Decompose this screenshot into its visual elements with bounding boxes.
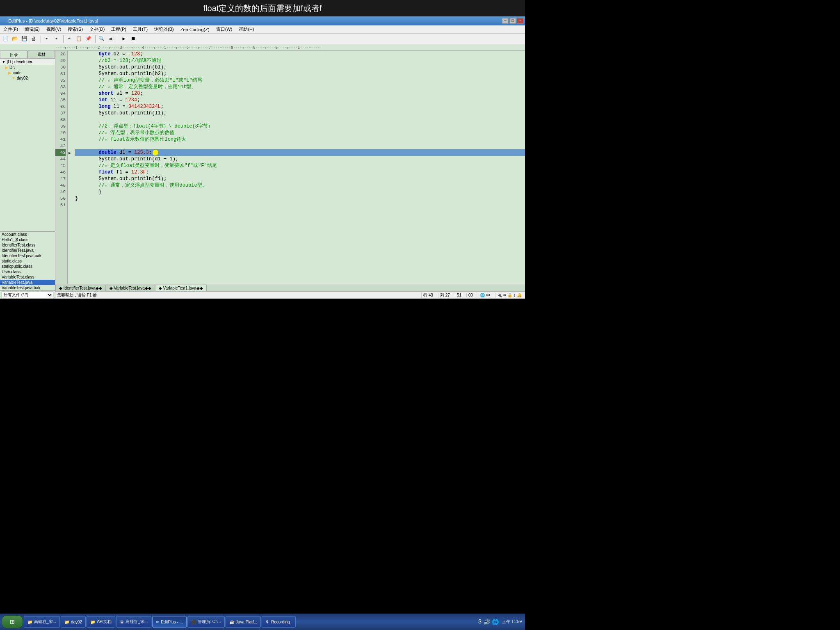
menu-item-zencodingz[interactable]: Zen Coding(Z) [177,25,213,33]
toolbar-sep3 [94,35,96,43]
tree-item-d[interactable]: ▶ D:\ [0,65,55,70]
line-num-46: 46 [55,169,66,176]
drive-label: ▼ [D:] developer [2,59,32,64]
code-line-46[interactable]: float f1 = 12.3F; [75,169,525,176]
line-num-30: 30 [55,64,66,71]
toolbar-cut[interactable]: ✂ [65,35,74,43]
file-item-user[interactable]: User.class [0,269,55,274]
tree-item-day02[interactable]: ▼ day02 [0,75,55,81]
code-line-47[interactable]: System.out.println(f1); [75,176,525,182]
menu-item-h[interactable]: 帮助(H) [235,25,257,33]
file-item-hello1[interactable]: Hello1_$.class [0,237,55,242]
line-num-41: 41 [55,136,66,143]
code-line-36[interactable]: long l1 = 3414234324L; [75,103,525,110]
tree-root[interactable]: ▼ [D:] developer [0,59,55,65]
file-item-variabletest-java[interactable]: VariableTest.java [0,280,55,285]
menu-item-b[interactable]: 浏览器(B) [151,25,177,33]
tab-variabletest[interactable]: ◆ VariableTest.java◆◆ [106,285,155,291]
status-num: 00 [466,293,475,297]
file-item-identifiertest-bak[interactable]: IdentifierTest.java.bak [0,253,55,258]
code-line-28[interactable]: byte b2 = -128; [75,51,525,57]
tab-bar: ◆ IdentifierTest.java◆◆ ◆ VariableTest.j… [55,284,525,291]
toolbar-new[interactable]: 📄 [1,35,10,43]
menu-item-s[interactable]: 搜索(S) [64,25,86,33]
status-col: 列 27 [438,292,452,298]
code-content[interactable]: byte b2 = -128; //b2 = 128;//编译不通过 Syste… [73,51,525,284]
code-line-37[interactable]: System.out.println(l1); [75,110,525,116]
line-num-50: 50 [55,195,66,202]
close-button[interactable]: × [517,18,523,24]
file-selector: 所有文件 (*.*) [0,290,55,299]
code-line-42[interactable] [75,143,525,149]
sidebar-tab-directory[interactable]: 目录 [0,51,27,58]
line-num-34: 34 [55,90,66,97]
toolbar-copy[interactable]: 📋 [74,35,83,43]
status-help-text: 需要帮助，请按 F1 键 [57,292,97,298]
main-window: EditPlus - [D:\code\day02\VariableTest1.… [0,16,525,299]
file-item-identifiertest-java[interactable]: IdentifierTest.java [0,248,55,253]
line-num-40: 40 [55,130,66,136]
file-item-account-class[interactable]: Account.class [0,232,55,237]
code-line-41[interactable]: //☆ float表示数值的范围比long还大 [75,136,525,143]
menu-item-e[interactable]: 编辑(E) [21,25,43,33]
toolbar-paste[interactable]: 📌 [84,35,93,43]
code-line-30[interactable]: System.out.println(b1); [75,64,525,71]
toolbar-save[interactable]: 💾 [20,35,29,43]
code-line-39[interactable]: //2. 浮点型：float(4字节）\ double(8字节） [75,123,525,130]
file-list: Account.class Hello1_$.class IdentifierT… [0,231,55,290]
status-right: 行 43 列 27 51 00 🌐 中 🔌 ✏ 🔒 ↕ 🔔 [421,292,523,298]
line-num-32: 32 [55,77,66,84]
code-line-49[interactable]: } [75,189,525,195]
tab-variabletest1[interactable]: ◆ VariableTest1.java◆◆ [155,285,207,291]
code-line-38[interactable] [75,116,525,123]
toolbar-search[interactable]: 🔍 [97,35,106,43]
menu-item-v[interactable]: 视图(V) [43,25,65,33]
code-lines[interactable]: 28 29 30 31 32 33 34 35 36 37 38 39 40 4… [55,51,525,284]
menu-item-p[interactable]: 工程(P) [108,25,130,33]
tree-item-code[interactable]: ▶ code [0,70,55,75]
menu-item-d[interactable]: 文档(D) [86,25,108,33]
code-line-32[interactable]: // ☆ 声明long型变量，必须以"l"或"L"结尾 [75,77,525,84]
code-line-51[interactable] [75,202,525,208]
file-item-identifiertest-class[interactable]: IdentifierTest.class [0,242,55,248]
line-num-43: 43 [55,149,66,156]
toolbar-replace[interactable]: ⇄ [106,35,115,43]
code-line-35[interactable]: int i1 = 1234; [75,97,525,103]
menu-item-f[interactable]: 文件(F) [0,25,21,33]
folder-icon-code: ▶ [8,71,11,75]
code-line-29[interactable]: //b2 = 128;//编译不通过 [75,57,525,64]
tab-identifiertest[interactable]: ◆ IdentifierTest.java◆◆ [55,285,106,291]
toolbar-redo[interactable]: ↷ [52,35,61,43]
code-line-31[interactable]: System.out.println(b2); [75,71,525,77]
minimize-button[interactable]: — [502,18,509,24]
maximize-button[interactable]: □ [509,18,516,24]
file-type-select[interactable]: 所有文件 (*.*) [2,292,53,298]
line-num-29: 29 [55,57,66,64]
toolbar-open[interactable]: 📂 [10,35,19,43]
code-line-34[interactable]: short s1 = 128; [75,90,525,97]
top-bar: float定义的数的后面需要加f或者f [0,0,525,16]
toolbar-print[interactable]: 🖨 [29,35,38,43]
file-item-staticpublic[interactable]: staticpublic.class [0,264,55,269]
code-line-33[interactable]: // ☆ 通常，定义整型变量时，使用int型。 [75,84,525,90]
toolbar-run[interactable]: ▶ [119,35,128,43]
code-line-48[interactable]: //☆ 通常，定义浮点型变量时，使用double型。 [75,182,525,189]
toolbar-sep1 [39,35,41,43]
toolbar-undo[interactable]: ↶ [42,35,51,43]
file-item-variabletest-class[interactable]: VariableTest.class [0,274,55,280]
code-line-44[interactable]: System.out.println(d1 + 1); [75,156,525,162]
ruler: ----+----1----+----2----+----3----+----4… [0,44,525,51]
cursor-indicator [153,150,158,155]
toolbar-stop[interactable]: ⏹ [129,35,138,43]
sidebar-tab-material[interactable]: 素材 [27,51,55,58]
code-line-50[interactable]: } [75,195,525,202]
code-line-40[interactable]: //☆ 浮点型，表示带小数点的数值 [75,130,525,136]
code-line-45[interactable]: //☆ 定义float类型变量时，变量要以"f"或"F"结尾 [75,162,525,169]
sidebar: 目录 素材 ▼ [D:] developer ▶ D:\ ▶ code ▼ da… [0,51,55,299]
menu-item-t[interactable]: 工具(T) [130,25,151,33]
code-line-43[interactable]: double d1 = 123.3; [75,149,525,156]
file-item-variabletest-bak[interactable]: VariableTest.java.bak [0,285,55,290]
menu-item-w[interactable]: 窗口(W) [213,25,236,33]
code-editor[interactable]: 28 29 30 31 32 33 34 35 36 37 38 39 40 4… [55,51,525,299]
file-item-static-class[interactable]: static.class [0,258,55,264]
